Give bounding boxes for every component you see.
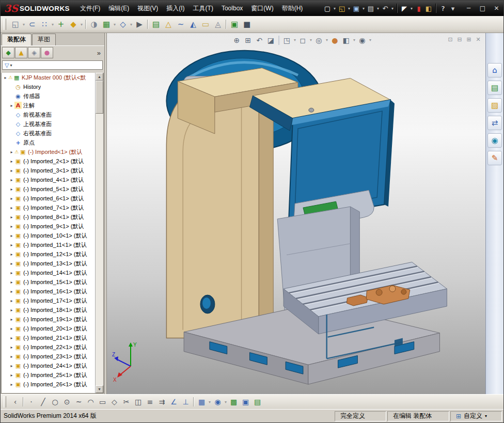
tree-item[interactable]: ▸▣(-) Imported_21<1> (默认 (2, 333, 96, 342)
tree-item[interactable]: ▸▣(-) Imported_6<1> (默认 (2, 194, 96, 203)
view-palette-icon[interactable]: ⇄ (487, 116, 502, 130)
expander-icon[interactable]: ▸ (9, 317, 14, 322)
graphics-viewport[interactable]: ⊕⊞↶◪◳▾◻▾◎▾●◧▾◉▾ ⊡⊟⊞✕ Y Z X (107, 33, 485, 394)
insert-components-dropdown-icon[interactable]: ▾ (22, 22, 26, 27)
scroll-left-icon[interactable]: ‹ (9, 396, 21, 408)
add-relation-icon[interactable]: ⊥ (180, 396, 192, 408)
tree-item[interactable]: ▸▣(-) Imported_7<1> (默认 (2, 203, 96, 212)
apply-scene-dropdown-icon[interactable]: ▾ (352, 38, 356, 42)
expander-icon[interactable]: ▸ (9, 206, 14, 210)
tree-item[interactable]: ▸▣(-) Imported_15<1> (默认 (2, 277, 96, 287)
tab-sketch[interactable]: 草图 (32, 34, 56, 45)
sketch-point-icon[interactable]: · (25, 396, 37, 408)
expander-icon[interactable]: ▸ (9, 308, 14, 312)
sketch-line-icon[interactable]: ╱ (37, 396, 49, 408)
tree-item[interactable]: ▸⚠▦KJP Master 000 (默认<默 (2, 73, 96, 82)
print-icon[interactable]: ▤ (366, 3, 375, 14)
tree-item[interactable]: ◉传感器 (2, 91, 96, 101)
menu-item-5[interactable]: Toolbox (217, 1, 247, 16)
menu-item-3[interactable]: 插入(I) (162, 1, 188, 16)
sketch-offset-icon[interactable]: ≡ (144, 396, 156, 408)
apply-scene-icon[interactable]: ◧ (341, 35, 352, 45)
interference-detection-icon[interactable]: ◭ (187, 18, 199, 30)
select-cursor-dropdown-icon[interactable]: ▾ (410, 6, 414, 11)
standard-views-icon[interactable]: ▩ (228, 396, 240, 408)
tab-assembly[interactable]: 装配体 (2, 34, 32, 45)
reference-geometry-icon[interactable]: ◇ (117, 18, 129, 30)
expander-icon[interactable]: ▸ (9, 178, 14, 182)
doc-maximize-icon[interactable]: ⊞ (465, 35, 473, 43)
zoom-to-fit-icon[interactable]: ⊕ (231, 35, 242, 45)
display-style-dropdown-icon[interactable]: ▾ (309, 38, 313, 42)
sketch-circle-icon[interactable]: ○ (49, 396, 61, 408)
file-properties-icon[interactable]: ◧ (424, 3, 433, 14)
sketch-spline-icon[interactable]: ~ (73, 396, 85, 408)
scrollbar-thumb[interactable] (96, 81, 103, 114)
print-dropdown-icon[interactable]: ▾ (376, 6, 380, 11)
new-file-icon[interactable]: ▢ (323, 3, 332, 14)
design-library-icon[interactable]: ▤ (487, 81, 502, 95)
tree-item[interactable]: ▸▣(-) Imported_9<1> (默认 (2, 222, 96, 231)
explode-line-sketch-icon[interactable]: ~ (175, 18, 187, 30)
tree-item[interactable]: ▸▣(-) Imported_23<1> (默认 (2, 352, 96, 361)
expander-icon[interactable]: ▸ (9, 326, 14, 331)
expander-icon[interactable]: ▸ (9, 215, 14, 220)
expander-icon[interactable]: ▸ (9, 168, 14, 173)
tree-item[interactable]: ◇前视基准面 (2, 110, 96, 119)
sketch-perimeter-circle-icon[interactable]: ⊙ (61, 396, 73, 408)
tree-item[interactable]: ▸▣(-) Imported_19<1> (默认 (2, 315, 96, 324)
expander-icon[interactable]: ▸ (9, 233, 14, 238)
expander-icon[interactable]: ▸ (9, 103, 14, 108)
show-hidden-components-icon[interactable]: ◑ (88, 18, 100, 30)
tree-item[interactable]: ▸▣(-) Imported_18<1> (默认 (2, 305, 96, 315)
displaymanager-tab-icon[interactable]: ● (41, 47, 53, 58)
tree-item[interactable]: ▸▣(-) Imported_17<1> (默认 (2, 296, 96, 305)
exploded-view-icon[interactable]: △ (162, 18, 175, 30)
tree-item[interactable]: ▸▣(-) Imported_12<1> (默认 (2, 249, 96, 259)
expander-icon[interactable]: ▸ (9, 280, 14, 285)
expander-icon[interactable]: ▸ (9, 224, 14, 229)
doc-close-icon[interactable]: ✕ (474, 35, 482, 43)
expander-icon[interactable]: ▸ (9, 289, 14, 294)
tree-item[interactable]: ◇右视基准面 (2, 129, 96, 138)
open-file-icon[interactable]: ◱ (337, 3, 346, 14)
zoom-to-area-icon[interactable]: ⊞ (243, 35, 254, 45)
maximize-button[interactable]: □ (476, 2, 490, 14)
convert-entities-icon[interactable]: ⇉ (156, 396, 168, 408)
undo-icon[interactable]: ↶ (381, 3, 390, 14)
expander-icon[interactable]: ▸ (9, 382, 14, 387)
sketch-trim-icon[interactable]: ✂ (120, 396, 132, 408)
toolbar-grip[interactable] (4, 19, 6, 30)
tree-item[interactable]: ▸▣(-) Imported_20<1> (默认 (2, 324, 96, 333)
propertymanager-tab-icon[interactable]: ▲ (15, 47, 27, 58)
tree-item[interactable]: ▸▣(-) Imported_26<1> (默认 (2, 380, 96, 389)
save-icon[interactable]: ▣ (352, 3, 361, 14)
save-dropdown-icon[interactable]: ▾ (361, 6, 366, 11)
filter-dropdown-icon[interactable]: ▾ (10, 63, 12, 68)
simulation-advisor-icon[interactable]: ▣ (228, 18, 241, 30)
close-button[interactable]: ✕ (490, 2, 503, 14)
expander-icon[interactable]: ▸ (9, 252, 14, 257)
expander-icon[interactable]: ▸ (3, 75, 8, 80)
help-dropdown-icon[interactable]: ▾ (448, 3, 458, 14)
view-settings-dropdown-icon[interactable]: ▾ (368, 38, 372, 42)
expander-icon[interactable]: ▸ (9, 299, 14, 303)
reference-geometry-dropdown-icon[interactable]: ▾ (129, 22, 133, 27)
solidworks-resources-icon[interactable]: ⌂ (487, 63, 502, 77)
doc-restore-icon[interactable]: ⊡ (446, 35, 454, 43)
file-explorer-icon[interactable]: ▨ (487, 98, 502, 113)
move-component-dropdown-icon[interactable]: ▾ (80, 22, 84, 27)
featuremanager-tab-icon[interactable]: ◆ (2, 47, 14, 58)
expander-icon[interactable]: ▸ (9, 150, 14, 154)
mass-properties-icon[interactable]: ◬ (212, 18, 224, 30)
tree-filter-input[interactable]: ▽ ▾ (2, 60, 103, 70)
tree-item[interactable]: ▸⚠▣(-) Imported<1> (默认 (2, 147, 96, 156)
new-file-dropdown-icon[interactable]: ▾ (333, 6, 337, 11)
help-icon[interactable]: ? (438, 3, 448, 14)
undo-dropdown-icon[interactable]: ▾ (390, 6, 395, 11)
rotate-view-icon[interactable]: ◉ (212, 396, 224, 408)
expander-icon[interactable]: ▸ (9, 159, 14, 164)
status-custom-menu[interactable]: ⊞ 自定义 ▾ (450, 411, 502, 421)
tree-item[interactable]: ▸▣(-) Imported_24<1> (默认 (2, 361, 96, 370)
rotate-view-dropdown-icon[interactable]: ▾ (224, 400, 228, 404)
